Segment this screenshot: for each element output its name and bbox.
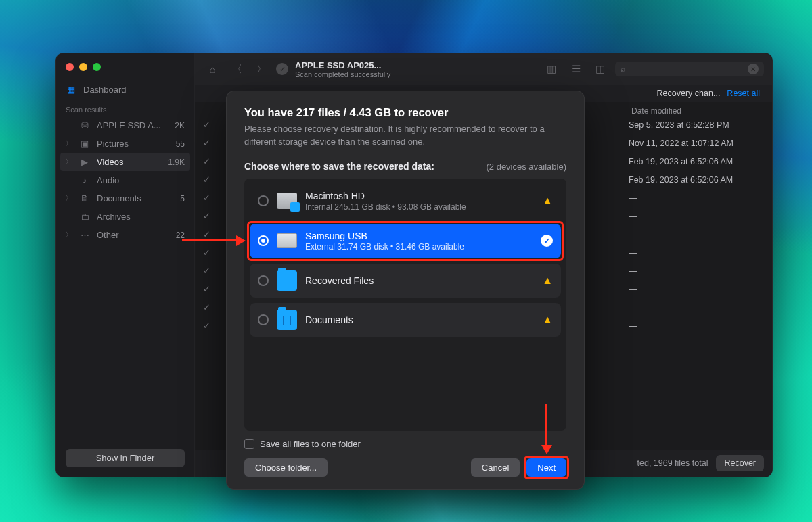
sidebar-dashboard[interactable]: ▦ Dashboard — [56, 80, 194, 99]
row-date: — — [629, 230, 764, 239]
search-field[interactable]: ⌕ ✕ — [615, 62, 764, 76]
row-date: — — [629, 303, 764, 312]
clear-search-icon[interactable]: ✕ — [748, 64, 759, 74]
destination-list: Macintosh HDInternal 245.11 GB disk • 93… — [244, 179, 566, 431]
row-checkbox[interactable]: ✓ — [203, 193, 217, 203]
chevron-right-icon: 〉 — [66, 139, 71, 148]
cancel-button[interactable]: Cancel — [471, 458, 520, 477]
destination-macintosh-hd[interactable]: Macintosh HDInternal 245.11 GB disk • 93… — [250, 184, 561, 218]
folder-icon — [277, 270, 297, 291]
home-icon[interactable]: ⌂ — [203, 60, 222, 78]
panel-view-icon[interactable]: ◫ — [591, 60, 610, 78]
status-check-icon: ✓ — [276, 63, 288, 75]
row-checkbox[interactable]: ✓ — [203, 321, 217, 331]
sidebar-item-count: 1.9K — [168, 158, 185, 167]
forward-button[interactable]: 〉 — [252, 60, 271, 78]
row-date: — — [629, 193, 764, 203]
destination-detail: External 31.74 GB disk • 31.46 GB availa… — [305, 242, 464, 252]
sidebar-item-count: 5 — [180, 194, 185, 204]
row-checkbox[interactable]: ✓ — [203, 302, 217, 312]
row-date: Sep 5, 2023 at 6:52:28 PM — [629, 120, 764, 130]
window-controls — [56, 59, 194, 80]
sidebar-item-audio[interactable]: ♪Audio — [56, 171, 194, 189]
radio-button[interactable] — [258, 195, 269, 206]
row-date: Feb 19, 2023 at 6:52:06 AM — [629, 175, 764, 185]
sidebar-section-header: Scan results — [56, 99, 194, 116]
next-button[interactable]: Next — [526, 458, 566, 477]
recovery-chances-filter[interactable]: Recovery chan... — [657, 89, 721, 98]
row-date: Feb 19, 2023 at 6:52:06 AM — [629, 157, 764, 166]
chevron-right-icon: 〉 — [66, 194, 71, 203]
columns-view-icon[interactable]: ▥ — [542, 60, 561, 78]
row-date: — — [629, 212, 764, 221]
reset-all-link[interactable]: Reset all — [727, 89, 764, 98]
image-icon: ▣ — [79, 139, 90, 149]
destination-name: Documents — [305, 314, 353, 325]
warning-icon: ▲ — [542, 195, 553, 207]
row-date: — — [629, 285, 764, 294]
archive-icon: 🗀 — [79, 212, 90, 222]
sidebar-item-label: Audio — [97, 175, 119, 185]
back-button[interactable]: 〈 — [227, 60, 246, 78]
minimize-window-button[interactable] — [79, 63, 87, 71]
save-all-option[interactable]: Save all files to one folder — [244, 439, 566, 449]
radio-button[interactable] — [258, 235, 269, 246]
radio-button[interactable] — [258, 275, 269, 286]
recover-button[interactable]: Recover — [716, 455, 764, 471]
row-checkbox[interactable]: ✓ — [203, 247, 217, 258]
search-icon: ⌕ — [621, 64, 625, 74]
device-subtitle: Scan completed successfully — [295, 70, 390, 78]
close-window-button[interactable] — [66, 63, 74, 71]
doc-icon: 🗎 — [79, 193, 90, 204]
other-icon: ⋯ — [79, 230, 90, 240]
sidebar-item-apple-ssd-a-[interactable]: ⛁APPLE SSD A...2K — [56, 116, 194, 135]
choose-destination-label: Choose where to save the recovered data: — [244, 161, 434, 172]
sidebar-item-archives[interactable]: 🗀Archives — [56, 208, 194, 226]
sidebar-item-label: Pictures — [97, 139, 129, 149]
row-date: — — [629, 266, 764, 276]
row-checkbox[interactable]: ✓ — [203, 174, 217, 185]
list-view-icon[interactable]: ☰ — [566, 60, 585, 78]
show-in-finder-button[interactable]: Show in Finder — [66, 449, 185, 467]
sidebar-item-count: 55 — [176, 139, 185, 149]
sidebar-item-count: 22 — [176, 231, 185, 240]
save-all-label: Save all files to one folder — [260, 439, 361, 449]
checkbox-icon[interactable] — [244, 439, 254, 449]
row-checkbox[interactable]: ✓ — [203, 229, 217, 239]
sidebar-item-count: 2K — [175, 121, 185, 130]
row-checkbox[interactable]: ✓ — [203, 211, 217, 221]
sidebar-item-label: Videos — [97, 157, 124, 167]
device-title: APPLE SSD AP025... — [295, 60, 381, 70]
choose-folder-button[interactable]: Choose folder... — [244, 458, 328, 477]
sidebar-item-label: Documents — [97, 193, 141, 204]
destination-detail: Internal 245.11 GB disk • 93.08 GB avail… — [305, 202, 466, 212]
sidebar-item-label: APPLE SSD A... — [97, 120, 161, 130]
row-checkbox[interactable]: ✓ — [203, 266, 217, 276]
sidebar-item-documents[interactable]: 〉🗎Documents5 — [56, 189, 194, 208]
row-checkbox[interactable]: ✓ — [203, 120, 217, 130]
chevron-right-icon: 〉 — [66, 231, 71, 239]
destination-samsung-usb[interactable]: Samsung USBExternal 31.74 GB disk • 31.4… — [250, 224, 561, 258]
selected-check-icon: ✓ — [541, 235, 553, 247]
row-date: — — [629, 321, 764, 331]
warning-icon: ▲ — [542, 275, 553, 287]
radio-button[interactable] — [258, 314, 269, 325]
destination-documents[interactable]: Documents▲ — [250, 303, 561, 337]
sidebar-item-videos[interactable]: 〉▶Videos1.9K — [60, 153, 190, 171]
destination-recovered-files[interactable]: Recovered Files▲ — [250, 264, 561, 298]
row-checkbox[interactable]: ✓ — [203, 156, 217, 166]
row-date: — — [629, 248, 764, 258]
destination-name: Recovered Files — [305, 275, 374, 286]
folder-icon — [277, 310, 297, 330]
modal-title: You have 217 files / 4.43 GB to recover — [244, 106, 566, 119]
external-disk-icon — [277, 233, 297, 248]
row-checkbox[interactable]: ✓ — [203, 138, 217, 148]
audio-icon: ♪ — [79, 175, 90, 185]
sidebar-item-pictures[interactable]: 〉▣Pictures55 — [56, 135, 194, 153]
sidebar-item-other[interactable]: 〉⋯Other22 — [56, 226, 194, 244]
grid-icon: ▦ — [66, 85, 76, 95]
row-checkbox[interactable]: ✓ — [203, 284, 217, 294]
recovery-destination-modal: You have 217 files / 4.43 GB to recover … — [226, 91, 585, 490]
zoom-window-button[interactable] — [93, 63, 101, 71]
col-date-modified[interactable]: Date modified — [629, 106, 764, 116]
